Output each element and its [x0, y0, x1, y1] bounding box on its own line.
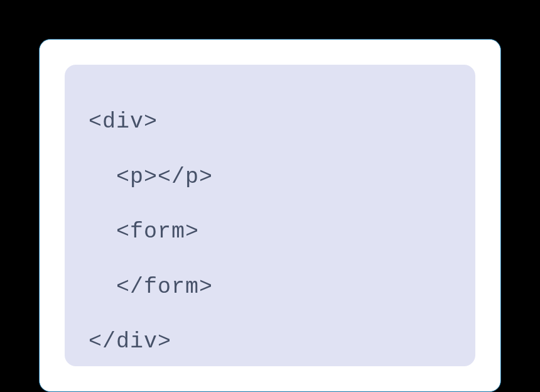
code-block: <div> <p></p> <form> </form> </div> — [65, 65, 475, 366]
code-line-5: </div> — [89, 315, 451, 370]
code-line-2: <p></p> — [89, 150, 451, 205]
code-line-3: <form> — [89, 205, 451, 260]
code-card: <div> <p></p> <form> </form> </div> — [39, 39, 501, 392]
code-line-1: <div> — [89, 95, 451, 150]
code-line-4: </form> — [89, 260, 451, 315]
